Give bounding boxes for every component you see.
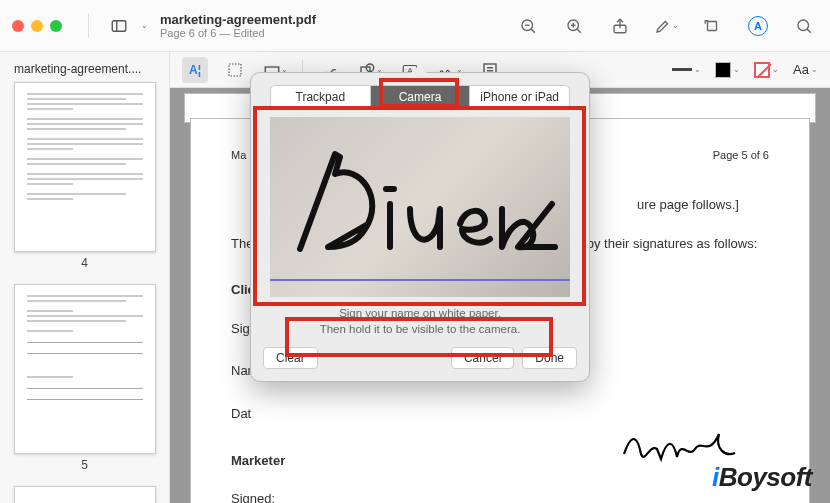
markup-toggle-button[interactable]: A xyxy=(744,12,772,40)
document-subtitle: Page 6 of 6 — Edited xyxy=(160,27,506,39)
search-button[interactable] xyxy=(790,12,818,40)
share-button[interactable] xyxy=(606,12,634,40)
svg-line-8 xyxy=(577,29,581,33)
window-title: marketing-agreement.pdf Page 6 of 6 — Ed… xyxy=(156,12,506,39)
tab-camera[interactable]: Camera xyxy=(371,86,471,108)
chevron-down-icon[interactable]: ⌄ xyxy=(141,21,148,30)
border-color-menu[interactable]: ⌄ xyxy=(715,62,740,78)
font-style-menu[interactable]: Aa⌄ xyxy=(793,62,818,77)
page-header-left: Ma xyxy=(231,149,246,161)
line-style-menu[interactable]: ⌄ xyxy=(672,65,701,74)
rotate-button[interactable] xyxy=(698,12,726,40)
svg-rect-0 xyxy=(112,20,126,31)
svg-rect-10 xyxy=(708,21,717,30)
zoom-out-button[interactable] xyxy=(514,12,542,40)
instruction-text: Sign your name on white paper. Then hold… xyxy=(251,297,589,347)
done-button[interactable]: Done xyxy=(522,347,577,369)
thumbnail-sidebar: marketing-agreement.... 4 5 xyxy=(0,52,170,503)
sidebar-toggle-button[interactable] xyxy=(105,12,133,40)
zoom-in-button[interactable] xyxy=(560,12,588,40)
page-text: ure page follows.] xyxy=(637,197,739,212)
svg-line-12 xyxy=(807,29,811,33)
thumbnail-number: 5 xyxy=(14,458,155,472)
svg-point-11 xyxy=(798,20,809,31)
clear-button[interactable]: Clear xyxy=(263,347,318,369)
cancel-button[interactable]: Cancel xyxy=(451,347,514,369)
watermark-logo: iBoysoft xyxy=(712,462,812,493)
captured-signature xyxy=(280,129,560,279)
page-thumbnail-5[interactable] xyxy=(14,284,156,454)
fill-color-menu[interactable]: ⌄ xyxy=(754,62,779,78)
field-label: Signed: xyxy=(231,485,291,503)
thumbnail-number: 4 xyxy=(14,256,155,270)
field-label: Dat xyxy=(231,400,291,429)
zoom-window-button[interactable] xyxy=(50,20,62,32)
highlight-button[interactable]: ⌄ xyxy=(652,12,680,40)
sidebar-filename: marketing-agreement.... xyxy=(14,62,155,76)
page-thumbnail-4[interactable] xyxy=(14,82,156,252)
page-thumbnail-6[interactable] xyxy=(14,486,156,503)
text-selection-tool[interactable]: A¦ xyxy=(182,57,208,83)
window-titlebar: ⌄ marketing-agreement.pdf Page 6 of 6 — … xyxy=(0,0,830,52)
signature-source-tabs: Trackpad Camera iPhone or iPad xyxy=(270,85,570,109)
svg-line-4 xyxy=(531,29,535,33)
svg-rect-13 xyxy=(229,64,241,76)
traffic-lights xyxy=(12,20,62,32)
camera-preview xyxy=(270,117,570,297)
document-filename: marketing-agreement.pdf xyxy=(160,12,506,27)
rect-selection-tool[interactable] xyxy=(222,57,248,83)
signature-line xyxy=(299,496,539,503)
minimize-window-button[interactable] xyxy=(31,20,43,32)
tab-iphone-ipad[interactable]: iPhone or iPad xyxy=(470,86,569,108)
close-window-button[interactable] xyxy=(12,20,24,32)
page-header-right: Page 5 of 6 xyxy=(713,149,769,161)
signature-popover: Trackpad Camera iPhone or iPad Sign your… xyxy=(250,72,590,382)
tab-trackpad[interactable]: Trackpad xyxy=(271,86,371,108)
